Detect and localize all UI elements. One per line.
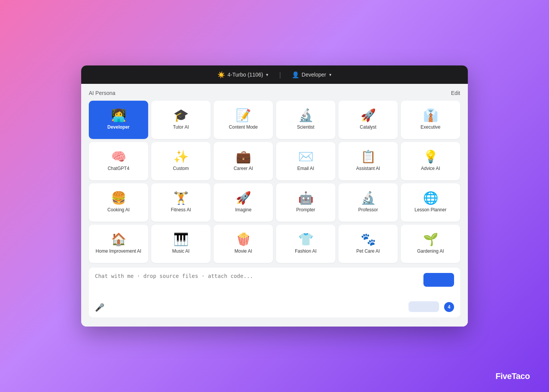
executive-icon: 👔	[423, 109, 438, 121]
gardening-ai-label: Gardening AI	[417, 248, 444, 255]
content-area: AI Persona Edit 👩‍💻Developer🎓Tutor AI📝Co…	[81, 84, 468, 327]
music-ai-icon: 🎹	[173, 233, 189, 245]
movie-ai-icon: 🍿	[236, 233, 251, 245]
persona-card-scientist[interactable]: 🔬Scientist	[276, 101, 335, 139]
music-ai-label: Music AI	[172, 248, 190, 255]
tutor-ai-icon: 🎓	[173, 109, 189, 121]
professor-icon: 🔬	[361, 192, 376, 204]
edit-button[interactable]: Edit	[451, 90, 460, 96]
content-mode-label: Content Mode	[229, 124, 258, 131]
persona-card-lesson-planner[interactable]: 🌐Lesson Planner	[401, 183, 460, 222]
extra-button[interactable]	[408, 301, 439, 312]
developer-label: Developer	[107, 124, 129, 131]
advice-ai-icon: 💡	[423, 150, 438, 163]
persona-card-career-ai[interactable]: 💼Career AI	[214, 142, 273, 180]
persona-card-prompter[interactable]: 🤖Prompter	[276, 183, 335, 222]
movie-ai-label: Movie AI	[234, 248, 252, 255]
custom-label: Custom	[173, 166, 189, 172]
model-selector[interactable]: ☀️ 4-Turbo (1106) ▾	[217, 71, 268, 78]
catalyst-label: Catalyst	[360, 124, 376, 131]
persona-card-tutor-ai[interactable]: 🎓Tutor AI	[151, 101, 211, 139]
persona-card-professor[interactable]: 🔬Professor	[338, 183, 398, 222]
app-window: ☀️ 4-Turbo (1106) ▾ | 👤 Developer ▾ AI P…	[81, 65, 468, 327]
persona-card-music-ai[interactable]: 🎹Music AI	[151, 225, 211, 263]
model-icon: ☀️	[217, 71, 225, 78]
custom-icon: ✨	[173, 150, 189, 163]
career-ai-label: Career AI	[234, 166, 253, 172]
user-chevron-icon: ▾	[329, 72, 332, 77]
developer-icon: 👩‍💻	[111, 109, 126, 121]
scientist-icon: 🔬	[298, 109, 314, 121]
email-ai-label: Email AI	[297, 166, 314, 172]
chat-input[interactable]	[95, 273, 454, 288]
user-label: Developer	[302, 72, 326, 78]
user-icon: 👤	[292, 71, 299, 78]
chat-bottom-bar: 🎤	[95, 303, 454, 312]
persona-card-chatgpt4[interactable]: 🧠ChatGPT4	[89, 142, 148, 180]
gardening-ai-icon: 🌱	[423, 233, 438, 245]
home-improvement-ai-icon: 🏠	[111, 233, 126, 245]
persona-card-home-improvement-ai[interactable]: 🏠Home Improvement AI	[89, 225, 148, 263]
persona-card-catalyst[interactable]: 🚀Catalyst	[338, 101, 398, 139]
persona-card-movie-ai[interactable]: 🍿Movie AI	[214, 225, 273, 263]
chatgpt4-label: ChatGPT4	[108, 166, 129, 172]
persona-card-email-ai[interactable]: ✉️Email AI	[276, 142, 335, 180]
assistant-ai-icon: 📋	[361, 150, 376, 163]
persona-grid: 👩‍💻Developer🎓Tutor AI📝Content Mode🔬Scien…	[89, 101, 460, 263]
fitness-ai-label: Fitness AI	[171, 207, 191, 213]
persona-card-imagine[interactable]: 🚀Imagine	[214, 183, 273, 222]
executive-label: Executive	[420, 124, 440, 131]
assistant-ai-label: Assistant AI	[356, 166, 380, 172]
mic-button[interactable]: 🎤	[95, 303, 105, 312]
imagine-label: Imagine	[235, 207, 252, 213]
home-improvement-ai-label: Home Improvement AI	[96, 248, 141, 255]
pet-care-ai-label: Pet Care AI	[356, 248, 380, 255]
professor-label: Professor	[358, 207, 378, 213]
imagine-icon: 🚀	[236, 192, 251, 204]
branding-label: FiveTaco	[495, 371, 530, 381]
advice-ai-label: Advice AI	[421, 166, 440, 172]
persona-card-executive[interactable]: 👔Executive	[401, 101, 460, 139]
lesson-planner-icon: 🌐	[423, 192, 438, 204]
persona-section-title: AI Persona	[89, 90, 115, 96]
pet-care-ai-icon: 🐾	[361, 233, 376, 245]
titlebar-divider: |	[279, 71, 281, 79]
titlebar: ☀️ 4-Turbo (1106) ▾ | 👤 Developer ▾	[81, 65, 468, 84]
tutor-ai-label: Tutor AI	[173, 124, 189, 131]
persona-card-developer[interactable]: 👩‍💻Developer	[89, 101, 148, 139]
persona-card-assistant-ai[interactable]: 📋Assistant AI	[338, 142, 398, 180]
persona-card-advice-ai[interactable]: 💡Advice AI	[401, 142, 460, 180]
fashion-ai-icon: 👕	[298, 233, 314, 245]
catalyst-icon: 🚀	[361, 109, 376, 121]
cooking-ai-label: Cooking AI	[107, 207, 129, 213]
chat-area: 🎤 4	[89, 268, 460, 317]
persona-card-cooking-ai[interactable]: 🍔Cooking AI	[89, 183, 148, 222]
cooking-ai-icon: 🍔	[111, 192, 126, 204]
model-chevron-icon: ▾	[266, 72, 268, 77]
persona-card-fitness-ai[interactable]: 🏋️Fitness AI	[151, 183, 211, 222]
lesson-planner-label: Lesson Planner	[415, 207, 446, 213]
email-ai-icon: ✉️	[298, 150, 314, 163]
persona-card-fashion-ai[interactable]: 👕Fashion AI	[276, 225, 335, 263]
model-label: 4-Turbo (1106)	[227, 72, 263, 78]
persona-card-custom[interactable]: ✨Custom	[151, 142, 211, 180]
persona-header: AI Persona Edit	[89, 90, 460, 96]
send-button[interactable]	[423, 273, 454, 287]
user-selector[interactable]: 👤 Developer ▾	[292, 71, 332, 78]
fashion-ai-label: Fashion AI	[295, 248, 317, 255]
persona-card-content-mode[interactable]: 📝Content Mode	[214, 101, 273, 139]
fitness-ai-icon: 🏋️	[173, 192, 189, 204]
persona-card-pet-care-ai[interactable]: 🐾Pet Care AI	[338, 225, 398, 263]
content-mode-icon: 📝	[236, 109, 251, 121]
career-ai-icon: 💼	[236, 150, 251, 163]
chatgpt4-icon: 🧠	[111, 150, 126, 163]
scientist-label: Scientist	[297, 124, 314, 131]
badge-count: 4	[444, 302, 454, 312]
prompter-label: Prompter	[296, 207, 315, 213]
prompter-icon: 🤖	[298, 192, 314, 204]
persona-card-gardening-ai[interactable]: 🌱Gardening AI	[401, 225, 460, 263]
